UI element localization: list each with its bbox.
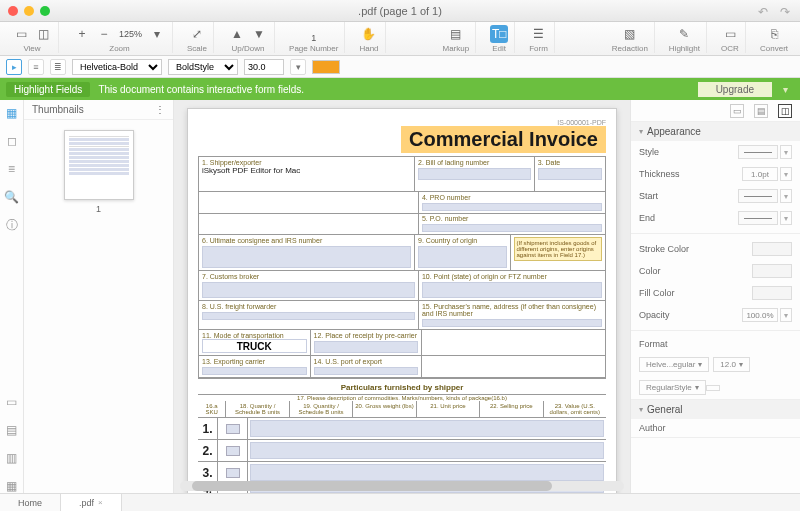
field-13-input[interactable] — [202, 367, 307, 375]
rail-icon-b[interactable]: ▤ — [5, 423, 19, 437]
field-8-input[interactable] — [202, 312, 415, 320]
thumbnails-rail-icon[interactable]: ▦ — [5, 106, 19, 120]
font-select[interactable]: Helvetica-Bold — [72, 59, 162, 75]
hand-tool-icon[interactable]: ✋ — [360, 25, 378, 43]
upgrade-button[interactable]: Upgrade — [698, 82, 772, 97]
field-2-input[interactable] — [418, 168, 531, 180]
edit-icon[interactable]: T□ — [490, 25, 508, 43]
thickness-step-icon[interactable]: ▾ — [780, 167, 792, 181]
cursor-tool-icon[interactable]: ▸ — [6, 59, 22, 75]
ocr-icon[interactable]: ▭ — [721, 25, 739, 43]
end-arrow-preview[interactable] — [738, 211, 778, 225]
pagenum-label: Page Number — [289, 44, 338, 53]
line-3-checkbox[interactable] — [226, 468, 240, 478]
field-12-label: 12. Place of receipt by pre-carrier — [314, 332, 419, 339]
tab-document[interactable]: .pdf× — [61, 494, 122, 511]
general-section-header[interactable]: General — [631, 400, 800, 419]
document-tabs: Home .pdf× — [0, 493, 800, 511]
page-number-value[interactable]: 1 — [309, 33, 318, 43]
font-style-select[interactable]: BoldStyle — [168, 59, 238, 75]
properties-panel: ▭ ▤ ◫ Appearance Style▾ Thickness1.0pt▾ … — [630, 100, 800, 493]
upgrade-dropdown-icon[interactable]: ▾ — [776, 84, 794, 95]
page-down-button[interactable]: ▼ — [250, 25, 268, 43]
rail-icon-a[interactable]: ▭ — [5, 395, 19, 409]
color-swatch[interactable] — [752, 264, 792, 278]
format-label: Format — [639, 339, 668, 349]
field-7-input[interactable] — [202, 282, 415, 298]
scale-icon[interactable]: ⤢ — [188, 25, 206, 43]
highlight-fields-button[interactable]: Highlight Fields — [6, 82, 90, 97]
close-window-button[interactable] — [8, 6, 18, 16]
field-9-input[interactable] — [418, 246, 506, 268]
zoom-value[interactable]: 125% — [117, 29, 144, 39]
tab-home[interactable]: Home — [0, 494, 61, 511]
info-rail-icon[interactable]: ⓘ — [5, 218, 19, 232]
undo-icon[interactable]: ↶ — [758, 5, 770, 17]
zoom-label: Zoom — [109, 44, 129, 53]
search-rail-icon[interactable]: 🔍 — [5, 190, 19, 204]
markup-icon[interactable]: ▤ — [447, 25, 465, 43]
line-1-checkbox[interactable] — [226, 424, 240, 434]
outline-rail-icon[interactable]: ≡ — [5, 162, 19, 176]
field-6-input[interactable] — [202, 246, 411, 268]
fill-color-swatch[interactable] — [752, 286, 792, 300]
line-2-checkbox[interactable] — [226, 446, 240, 456]
panel-tab-1-icon[interactable]: ▭ — [730, 104, 744, 118]
view-single-icon[interactable]: ▭ — [12, 25, 30, 43]
field-12-input[interactable] — [314, 341, 419, 353]
font-size-step-icon[interactable]: ▾ — [290, 59, 306, 75]
field-4-input[interactable] — [422, 203, 602, 211]
field-14-input[interactable] — [314, 367, 419, 375]
page-thumbnail-1[interactable] — [64, 130, 134, 200]
stroke-color-swatch[interactable] — [752, 242, 792, 256]
font-style-dropdown[interactable]: RegularStyle▾ — [639, 380, 706, 395]
align-center-icon[interactable]: ≣ — [50, 59, 66, 75]
line-3-fields[interactable] — [250, 464, 604, 481]
line-2-fields[interactable] — [250, 442, 604, 459]
zoom-out-button[interactable]: − — [95, 25, 113, 43]
rail-icon-d[interactable]: ▦ — [5, 479, 19, 493]
thumbnails-menu-icon[interactable]: ⋮ — [155, 104, 165, 115]
view-facing-icon[interactable]: ◫ — [34, 25, 52, 43]
font-family-dropdown[interactable]: Helve...egular▾ — [639, 357, 709, 372]
zoom-window-button[interactable] — [40, 6, 50, 16]
font-size-input[interactable] — [244, 59, 284, 75]
panel-tab-2-icon[interactable]: ▤ — [754, 104, 768, 118]
field-5-input[interactable] — [422, 224, 602, 232]
panel-tab-3-icon[interactable]: ◫ — [778, 104, 792, 118]
thickness-value[interactable]: 1.0pt — [742, 167, 778, 181]
opacity-value[interactable]: 100.0% — [742, 308, 778, 322]
scale-label: Scale — [187, 44, 207, 53]
form-icon[interactable]: ☰ — [530, 25, 548, 43]
field-3-input[interactable] — [538, 168, 602, 180]
start-arrow-preview[interactable] — [738, 189, 778, 203]
appearance-section-header[interactable]: Appearance — [631, 122, 800, 141]
field-11-value[interactable]: TRUCK — [202, 339, 307, 353]
line-1-fields[interactable] — [250, 420, 604, 437]
page-up-button[interactable]: ▲ — [228, 25, 246, 43]
convert-icon[interactable]: ⎘ — [765, 25, 783, 43]
align-left-icon[interactable]: ≡ — [28, 59, 44, 75]
minimize-window-button[interactable] — [24, 6, 34, 16]
pdf-page: IS-000001-PDF Commercial Invoice 1. Ship… — [187, 108, 617, 493]
scrollbar-thumb[interactable] — [192, 481, 552, 491]
field-1-value[interactable]: iSkysoft PDF Editor for Mac — [202, 166, 411, 175]
zoom-in-button[interactable]: + — [73, 25, 91, 43]
highlight-icon[interactable]: ✎ — [675, 25, 693, 43]
font-color-button[interactable] — [706, 385, 720, 391]
field-15-input[interactable] — [422, 319, 602, 327]
horizontal-scrollbar[interactable] — [180, 481, 624, 491]
rail-icon-c[interactable]: ▥ — [5, 451, 19, 465]
line-style-preview[interactable] — [738, 145, 778, 159]
bookmarks-rail-icon[interactable]: ◻ — [5, 134, 19, 148]
redaction-label: Redaction — [612, 44, 648, 53]
redaction-icon[interactable]: ▧ — [621, 25, 639, 43]
redo-icon[interactable]: ↷ — [780, 5, 792, 17]
text-color-swatch[interactable] — [312, 60, 340, 74]
style-step-icon[interactable]: ▾ — [780, 145, 792, 159]
field-10-input[interactable] — [422, 282, 602, 298]
close-tab-icon[interactable]: × — [98, 498, 103, 507]
document-viewport[interactable]: IS-000001-PDF Commercial Invoice 1. Ship… — [174, 100, 630, 493]
zoom-dropdown-icon[interactable]: ▾ — [148, 25, 166, 43]
font-size-dropdown[interactable]: 12.0▾ — [713, 357, 750, 372]
